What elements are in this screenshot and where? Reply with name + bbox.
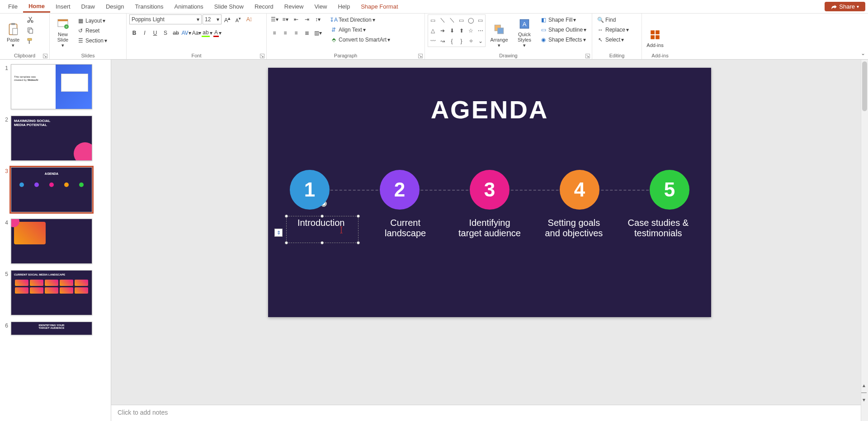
find-button[interactable]: 🔍Find [595, 15, 630, 24]
thumb-4[interactable]: 4 [2, 219, 109, 264]
align-text-button[interactable]: ⇵Align Text ▾ [328, 25, 392, 34]
addins-button[interactable]: Add-ins [645, 14, 665, 48]
strikethrough-button[interactable]: ab [171, 28, 181, 38]
resize-handle-n[interactable] [321, 215, 324, 218]
bubble-3[interactable]: 3 [470, 170, 509, 210]
numbering-button[interactable]: ≡▾ [280, 14, 290, 24]
bubble-2[interactable]: 2 [380, 170, 420, 210]
menu-record[interactable]: Record [249, 1, 279, 12]
menu-transitions[interactable]: Transitions [129, 1, 169, 12]
bubble-1[interactable]: 1 [290, 170, 330, 210]
resize-handle-sw[interactable] [285, 241, 288, 244]
dialog-launcher-icon[interactable]: ↘ [418, 54, 423, 58]
line-spacing-button[interactable]: ↕▾ [313, 14, 323, 24]
smartart-button[interactable]: ⬘Convert to SmartArt ▾ [328, 35, 392, 44]
canvas[interactable]: AGENDA 1 2 3 4 5 Introduction Currentlan… [111, 60, 868, 405]
align-left-button[interactable]: ≡ [269, 28, 279, 38]
share-button[interactable]: Share ▾ [825, 2, 865, 11]
section-button[interactable]: ☰Section ▾ [75, 36, 108, 45]
italic-button[interactable]: I [140, 28, 150, 38]
menu-home[interactable]: Home [23, 1, 50, 13]
bold-button[interactable]: B [129, 28, 139, 38]
copy-button[interactable] [25, 25, 35, 35]
vertical-scrollbar[interactable] [861, 60, 868, 421]
cut-button[interactable] [25, 14, 35, 24]
quick-styles-button[interactable]: A Quick Styles▾ [513, 14, 536, 48]
char-spacing-button[interactable]: AV▾ [181, 28, 191, 38]
replace-button[interactable]: ↔Replace ▾ [595, 25, 630, 34]
menu-insert[interactable]: Insert [50, 1, 76, 12]
thumb-3[interactable]: 3 AGENDA [2, 167, 109, 212]
menu-slideshow[interactable]: Slide Show [209, 1, 249, 12]
menu-animations[interactable]: Animations [169, 1, 209, 12]
label-4[interactable]: Setting goalsand objectives [532, 218, 616, 239]
cursor-icon: ↖ [596, 36, 604, 44]
shape-effects-button[interactable]: ◉Shape Effects ▾ [538, 35, 588, 44]
text-direction-button[interactable]: ↧AText Direction ▾ [328, 15, 392, 24]
slide[interactable]: AGENDA 1 2 3 4 5 Introduction Currentlan… [268, 68, 711, 317]
slide-thumbnails[interactable]: 1 This template wascreated by SlidesAI 2… [0, 60, 111, 421]
underline-button[interactable]: U [150, 28, 160, 38]
collapse-ribbon-button[interactable]: ⌄ [861, 50, 865, 56]
thumb-2[interactable]: 2 MAXIMIZING SOCIALMEDIA POTENTIAL [2, 116, 109, 161]
justify-button[interactable]: ≣ [302, 28, 312, 38]
shape-outline-button[interactable]: ▭Shape Outline ▾ [538, 25, 588, 34]
label-2[interactable]: Currentlandscape [363, 218, 447, 239]
grow-font-button[interactable]: A▴ [222, 14, 232, 24]
fit-down-icon[interactable]: ▾ [863, 397, 865, 403]
menu-shape-format[interactable]: Shape Format [355, 1, 403, 12]
shape-arrowu-icon: ⬆ [459, 28, 464, 34]
thumb-6[interactable]: 6 IDENTIFYING YOURTARGET AUDIENCE [2, 322, 109, 335]
shape-fill-button[interactable]: ◧Shape Fill ▾ [538, 15, 588, 24]
shrink-font-button[interactable]: A▾ [233, 14, 243, 24]
notes-pane[interactable]: Click to add notes [111, 405, 868, 421]
select-button[interactable]: ↖Select ▾ [595, 35, 630, 44]
bubble-4[interactable]: 4 [560, 170, 599, 210]
label-3[interactable]: Identifyingtarget audience [448, 218, 532, 239]
format-painter-button[interactable] [25, 36, 35, 46]
grow-font-icon: A▴ [224, 15, 231, 23]
font-name-input[interactable]: Poppins Light▾ [129, 14, 202, 24]
label-5[interactable]: Case studies &testimonials [616, 218, 700, 239]
thumb-5[interactable]: 5 CURRENT SOCIAL MEDIA LANDSCAPE [2, 270, 109, 315]
bullets-button[interactable]: ☰▾ [269, 14, 279, 24]
bubble-5[interactable]: 5 [650, 170, 689, 210]
resize-handle-s[interactable] [321, 241, 324, 244]
decrease-indent-button[interactable]: ⇤ [291, 14, 301, 24]
thumb-1[interactable]: 1 This template wascreated by SlidesAI [2, 64, 109, 109]
dialog-launcher-icon[interactable]: ↘ [585, 54, 590, 58]
align-right-button[interactable]: ≡ [291, 28, 301, 38]
autofit-options-button[interactable]: ⇕ [274, 229, 283, 237]
fit-up-icon[interactable]: ▴ [863, 382, 865, 388]
arrange-button[interactable]: Arrange▾ [487, 14, 511, 48]
menu-file[interactable]: File [3, 1, 23, 12]
menu-help[interactable]: Help [332, 1, 355, 12]
font-size-input[interactable]: 12▾ [203, 14, 222, 24]
dialog-launcher-icon[interactable]: ↘ [260, 54, 264, 58]
layout-button[interactable]: ▦Layout ▾ [75, 16, 108, 25]
menu-review[interactable]: Review [279, 1, 309, 12]
agenda-bubbles: 1 2 3 4 5 [290, 172, 689, 208]
reset-button[interactable]: ↺Reset [75, 26, 108, 35]
resize-handle-ne[interactable] [357, 215, 360, 218]
resize-handle-nw[interactable] [285, 215, 288, 218]
font-color-button[interactable]: A▾ [212, 28, 222, 38]
shadow-button[interactable]: S [160, 28, 170, 38]
scroll-thumb[interactable] [862, 61, 867, 111]
shape-gallery[interactable]: ▭＼＼▭◯▭ △➔⬇⬆☆⋯ 〰↝{}✧⌄ [428, 14, 486, 47]
align-center-button[interactable]: ≡ [280, 28, 290, 38]
resize-handle-se[interactable] [357, 241, 360, 244]
columns-button[interactable]: ▥▾ [313, 28, 323, 38]
change-case-button[interactable]: Aa▾ [192, 28, 202, 38]
menu-view[interactable]: View [309, 1, 332, 12]
paste-button[interactable]: Paste▾ [3, 14, 24, 48]
slide-title[interactable]: AGENDA [268, 95, 711, 124]
dialog-launcher-icon[interactable]: ↘ [43, 54, 47, 58]
clear-format-button[interactable]: A⃠ [244, 14, 254, 24]
selection-box[interactable] [286, 216, 359, 243]
increase-indent-button[interactable]: ⇥ [302, 14, 312, 24]
menu-draw[interactable]: Draw [76, 1, 100, 12]
menu-design[interactable]: Design [100, 1, 129, 12]
highlight-button[interactable]: ab▾ [202, 28, 212, 38]
new-slide-button[interactable]: + New Slide▾ [52, 14, 73, 48]
